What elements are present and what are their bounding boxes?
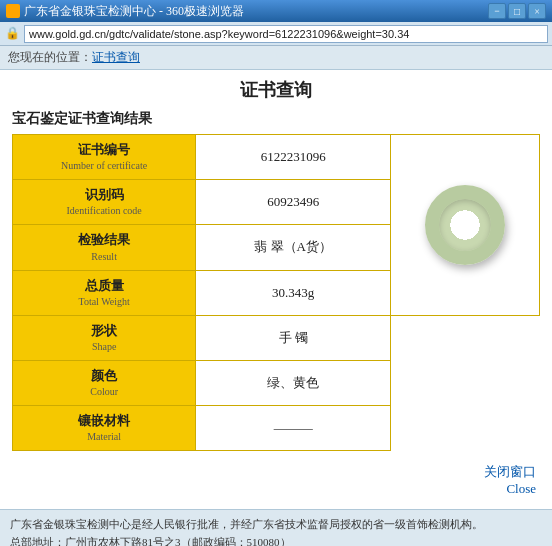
value-cell: 翡 翠（A货） [196,225,391,270]
window-title: 广东省金银珠宝检测中心 - 360极速浏览器 [24,3,244,20]
section-title: 宝石鉴定证书查询结果 [12,110,540,128]
footer-line1: 广东省金银珠宝检测中心是经人民银行批准，并经广东省技术监督局授权的省一级首饰检测… [10,516,542,534]
close-button[interactable]: 关闭窗口 Close [484,464,536,496]
label-cell: 证书编号Number of certificate [13,135,196,180]
close-label: 关闭窗口 [484,464,536,479]
lock-icon: 🔒 [4,26,20,42]
page-title: 证书查询 [12,78,540,102]
title-bar-left: 广东省金银珠宝检测中心 - 360极速浏览器 [6,3,244,20]
label-cell: 颜色Colour [13,360,196,405]
label-cell: 检验结果Result [13,225,196,270]
table-row: 证书编号Number of certificate6122231096 [13,135,540,180]
value-cell: 60923496 [196,180,391,225]
title-bar: 广东省金银珠宝检测中心 - 360极速浏览器 － □ × [0,0,552,22]
maximize-button[interactable]: □ [508,3,526,19]
jade-bracelet-image [410,180,520,270]
jade-image-cell [391,135,540,316]
label-cell: 总质量Total Weight [13,270,196,315]
table-row: 形状Shape手 镯 [13,315,540,360]
footer: 广东省金银珠宝检测中心是经人民银行批准，并经广东省技术监督局授权的省一级首饰检测… [0,509,552,546]
app-icon [6,4,20,18]
value-cell: 30.343g [196,270,391,315]
certificate-table: 证书编号Number of certificate6122231096 识别码I… [12,134,540,451]
label-cell: 形状Shape [13,315,196,360]
value-cell: 绿、黄色 [196,360,391,405]
breadcrumb-link[interactable]: 证书查询 [92,50,140,64]
value-cell: 手 镯 [196,315,391,360]
url-input[interactable] [24,25,548,43]
footer-line2: 总部地址：广州市农林下路81号之3（邮政编码：510080） [10,534,542,546]
table-row: 镶嵌材料Material——— [13,406,540,451]
table-row: 颜色Colour绿、黄色 [13,360,540,405]
value-cell: 6122231096 [196,135,391,180]
close-window-button[interactable]: × [528,3,546,19]
close-sublabel: Close [506,481,536,496]
label-cell: 识别码Identification code [13,180,196,225]
minimize-button[interactable]: － [488,3,506,19]
breadcrumb-prefix: 您现在的位置： [8,50,92,64]
label-cell: 镶嵌材料Material [13,406,196,451]
value-cell: ——— [196,406,391,451]
main-content: 证书查询 宝石鉴定证书查询结果 证书编号Number of certificat… [0,70,552,509]
bracelet-ring [425,185,505,265]
close-row: 关闭窗口 Close [12,457,540,499]
title-bar-buttons[interactable]: － □ × [488,3,546,19]
address-bar: 🔒 [0,22,552,46]
breadcrumb-bar: 您现在的位置：证书查询 [0,46,552,70]
